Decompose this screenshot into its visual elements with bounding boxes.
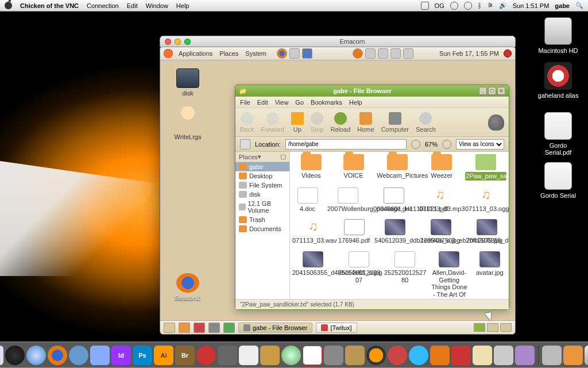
back-button[interactable]: Back (240, 112, 254, 133)
menu-file[interactable]: File (240, 99, 250, 106)
tray-icon[interactable] (403, 48, 413, 59)
file-item[interactable]: Allen,David- Getting Things Done - The A… (430, 251, 469, 299)
dock-skype-icon[interactable] (409, 346, 428, 365)
apple-menu-icon[interactable] (5, 2, 12, 9)
taskbar-item-nautilus[interactable]: gabe - File Browser (238, 323, 312, 333)
sidebar-item-gabe[interactable]: gabe (235, 162, 289, 171)
sidebar-item-disk[interactable]: disk (235, 190, 289, 199)
bluetooth-icon[interactable]: ᛒ (478, 2, 482, 9)
menu-connection[interactable]: Connection (87, 2, 119, 9)
launcher-evolution-icon[interactable] (289, 48, 300, 59)
dock-vnc-icon[interactable] (473, 346, 492, 365)
file-item[interactable]: 071113_03.ogg (465, 187, 506, 213)
dock-photoshop-icon[interactable]: Ps (133, 346, 152, 365)
dock-trash-icon[interactable] (585, 346, 588, 365)
dock-app-icon[interactable] (430, 346, 450, 365)
dock-dashboard-icon[interactable] (5, 346, 25, 365)
gnome-icon-writelrgs[interactable]: WriteLrgs (169, 106, 206, 140)
file-item[interactable]: 071113_03.mp3 (419, 187, 461, 213)
gnome-clock[interactable]: Sun Feb 17, 1:55 PM (439, 50, 499, 57)
applet-icon[interactable] (208, 323, 220, 333)
location-input[interactable] (285, 139, 407, 150)
minimize-button[interactable] (175, 39, 181, 45)
zoom-in-icon[interactable] (442, 140, 451, 149)
spotlight-icon[interactable]: 🔍 (575, 2, 583, 9)
dock-camino-icon[interactable] (69, 346, 88, 365)
menu-help[interactable]: Help (349, 99, 362, 106)
file-item[interactable]: 252520012303 07 (338, 251, 380, 299)
sidebar-item-documents[interactable]: Documents (235, 224, 289, 233)
dock-app-icon[interactable] (366, 346, 386, 365)
gnome-desktop[interactable]: disk WriteLrgs Seasonic 📁 gabe - File Br… (160, 60, 515, 320)
dock-app-icon[interactable] (388, 346, 407, 365)
dock-app-icon[interactable] (196, 346, 216, 365)
file-item[interactable]: 540612039_ddb2edf40a_o.jpg (374, 219, 416, 244)
reload-button[interactable]: Reload (330, 112, 350, 133)
tray-icon[interactable] (353, 48, 363, 59)
eject-icon[interactable] (464, 2, 472, 10)
dock-app-icon[interactable] (345, 346, 365, 365)
nautilus-titlebar[interactable]: 📁 gabe - File Browser _ □ × (235, 85, 509, 97)
dock-app-icon[interactable] (260, 346, 280, 365)
dock-itunes-icon[interactable] (281, 346, 301, 365)
minimize-icon[interactable]: _ (479, 87, 487, 95)
computer-button[interactable]: Computer (381, 112, 409, 133)
close-button[interactable] (165, 39, 171, 45)
workspace-2[interactable] (487, 323, 498, 332)
ubuntu-logo-icon[interactable] (164, 49, 173, 58)
file-item[interactable]: 2041506355_d48bcc4e81_s.jpg (292, 251, 334, 299)
menu-help[interactable]: Help (176, 2, 189, 9)
launcher-firefox-icon[interactable] (277, 48, 287, 59)
workspace-1[interactable] (474, 323, 485, 332)
zoom-out-icon[interactable] (411, 140, 420, 149)
applet-icon[interactable] (223, 323, 235, 333)
search-button[interactable]: Search (416, 112, 436, 133)
tray-icon[interactable] (378, 48, 388, 59)
dock-bridge-icon[interactable]: Br (175, 346, 195, 365)
sidebar-item-12-1-gb-volume[interactable]: 12.1 GB Volume (235, 199, 289, 215)
sidebar-item-file-system[interactable]: File System (235, 181, 289, 190)
file-item[interactable]: 00049801_H11101021.pdf (373, 187, 415, 213)
trash-icon[interactable] (500, 323, 512, 332)
file-item[interactable]: 2Paw_paw_sandlicker.txt (465, 154, 506, 181)
gnome-icon-disk[interactable]: disk (169, 68, 206, 97)
sync-icon[interactable] (450, 2, 458, 10)
menu-edit[interactable]: Edit (257, 99, 268, 106)
desktop-gaheland-alias[interactable]: gaheland alias (537, 62, 579, 99)
file-item[interactable]: VOICE (335, 154, 373, 181)
dock-illustrator-icon[interactable]: Ai (154, 346, 173, 365)
launcher-help-icon[interactable] (302, 48, 312, 59)
places-header[interactable]: Places▾▢ (235, 152, 289, 162)
gnome-icon-seasonic[interactable]: Seasonic (169, 273, 206, 301)
dock-app-icon[interactable] (218, 346, 237, 365)
gnome-menu-places[interactable]: Places (219, 50, 238, 57)
file-item[interactable]: 2041506355_d48bcc4e81_m.jpg (466, 219, 508, 244)
show-desktop-icon[interactable] (164, 323, 175, 333)
home-button[interactable]: Home (357, 112, 374, 133)
menu-go[interactable]: Go (295, 99, 304, 106)
gnome-menu-system[interactable]: System (245, 50, 266, 57)
close-sidebar-icon[interactable]: ▢ (280, 153, 286, 160)
taskbar-item-twitux[interactable]: [Twitux] (316, 323, 357, 333)
status-icon[interactable] (421, 2, 429, 10)
dock-safari-icon[interactable] (26, 346, 46, 365)
dock-firefox-icon[interactable] (48, 346, 67, 365)
file-item[interactable]: 2007Wollenburg_package.doc (327, 187, 369, 213)
volume-icon[interactable]: 🔊 (499, 2, 507, 9)
sidebar-item-desktop[interactable]: Desktop (235, 171, 289, 181)
dock-finder-icon[interactable] (0, 346, 3, 365)
file-item[interactable]: Webcam_Pictures (377, 154, 418, 181)
dock-app-icon[interactable] (239, 346, 258, 365)
close-icon[interactable]: × (497, 87, 505, 95)
file-item[interactable]: 176946.pdf (338, 219, 370, 244)
file-item[interactable]: avatar.jpg (473, 251, 506, 299)
shutdown-icon[interactable] (504, 49, 512, 57)
up-button[interactable]: Up (291, 112, 304, 133)
dock-app-icon[interactable] (324, 346, 343, 365)
forward-button[interactable]: Forward (261, 112, 284, 133)
wifi-icon[interactable]: ⚞ (488, 2, 493, 9)
desktop-gordo-serial-pdf[interactable]: Gordo Serial.pdf (537, 112, 579, 156)
applet-icon[interactable] (194, 323, 205, 333)
file-item[interactable]: Weezer (423, 154, 461, 181)
applet-icon[interactable] (179, 323, 190, 333)
